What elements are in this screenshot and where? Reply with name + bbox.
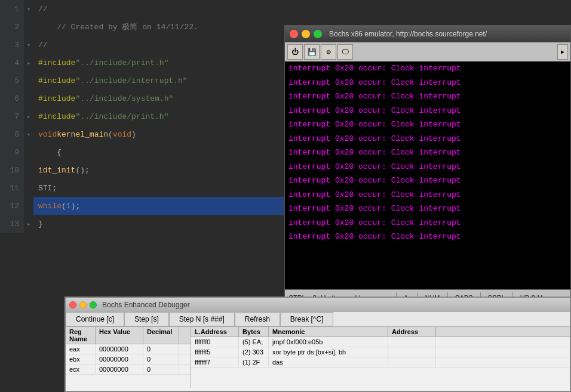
toolbar-config-button[interactable]: ⚙ [321, 44, 336, 60]
disasm-mnemonic: jmpf 0xf000:e05b [269, 337, 388, 347]
line-number: 5 [0, 72, 24, 89]
registers-panel: Reg Name Hex Value Decimal eax 00000000 … [66, 327, 191, 388]
break-button[interactable]: Break [^C] [280, 312, 334, 326]
stepn-button[interactable]: Step N [s ###] [169, 312, 235, 326]
line-fold [24, 179, 33, 197]
line-fold [24, 89, 33, 107]
line-fold [24, 143, 33, 161]
line-number: 12 [0, 197, 24, 215]
line-fold[interactable]: ▸ [24, 215, 33, 233]
line-number: 13 [0, 215, 24, 233]
bochs-output-line: interrupt 0x20 occur: Clock interrupt [285, 230, 570, 244]
line-fold [24, 197, 33, 215]
line-number: 11 [0, 179, 24, 197]
line-code: } [33, 215, 284, 233]
code-editor: 1 ▾ // 2 // Created by 极简 on 14/11/22. 3… [0, 0, 284, 292]
line-code: #include "../include/print.h" [33, 107, 284, 125]
code-line: 10 idt_init(); [0, 161, 284, 179]
line-number: 10 [0, 161, 24, 179]
code-line: 1 ▾ // [0, 0, 284, 18]
line-code: // [33, 36, 284, 54]
line-code: #include "../include/system.h" [33, 89, 284, 107]
debugger-titlebar: Bochs Enhanced Debugger [66, 298, 570, 312]
bochs-output-line: interrupt 0x20 occur: Clock interrupt [285, 132, 570, 146]
debugger-minimize-button[interactable] [79, 301, 87, 308]
register-row: ecx 00000000 0 [66, 365, 191, 375]
reg-hex-header: Hex Value [96, 327, 143, 344]
line-number: 8 [0, 125, 24, 143]
reg-name: eax [66, 344, 96, 354]
toolbar-power-button[interactable]: ⏻ [287, 44, 303, 60]
disasm-mnemonic: xor byte ptr ds:[bx+si], bh [269, 347, 388, 357]
disasm-row: fffffff5 (2) 303 xor byte ptr ds:[bx+si]… [191, 347, 570, 357]
bochs-toolbar: ⏻ 💾 ⚙ 🖵 ▶ [285, 42, 570, 61]
bochs-output-line: interrupt 0x20 occur: Clock interrupt [285, 61, 570, 76]
debugger-title: Bochs Enhanced Debugger [102, 301, 190, 309]
bochs-output-line: interrupt 0x20 occur: Clock interrupt [285, 146, 570, 160]
register-row: eax 00000000 0 [66, 344, 191, 354]
code-line: 13 ▸ } [0, 215, 284, 233]
bochs-output-line: interrupt 0x20 occur: Clock interrupt [285, 89, 570, 104]
disasm-bytes: (1) 2F [239, 357, 269, 367]
code-line: 4 ▸ #include "../include/print.h" [0, 54, 284, 72]
line-fold[interactable]: ▾ [24, 0, 33, 18]
bochs-output-line: interrupt 0x20 occur: Clock interrupt [285, 160, 570, 174]
code-line: 5 #include "../include/interrupt.h" [0, 72, 284, 89]
reg-hex: 00000000 [96, 365, 143, 374]
debugger-close-button[interactable] [69, 301, 76, 308]
line-number: 7 [0, 107, 24, 125]
code-line: 9 { [0, 143, 284, 161]
address-header: Address [388, 327, 436, 337]
bochs-emulator-window: Bochs x86 emulator, http://bochs.sourcef… [284, 25, 571, 305]
toolbar-save-button[interactable]: 💾 [304, 44, 320, 60]
bytes-header: Bytes [239, 327, 269, 337]
bochs-output-line: interrupt 0x20 occur: Clock interrupt [285, 188, 570, 202]
line-number: 6 [0, 89, 24, 107]
bochs-output-line: interrupt 0x20 occur: Clock interrupt [285, 118, 570, 132]
toolbar-extra-button[interactable]: ▶ [557, 44, 568, 60]
debugger-maximize-button[interactable] [90, 301, 97, 308]
bochs-output-line: interrupt 0x20 occur: Clock interrupt [285, 216, 570, 230]
line-number: 2 [0, 18, 24, 36]
window-close-button[interactable] [290, 30, 298, 38]
line-fold[interactable]: ▸ [24, 54, 33, 72]
line-fold[interactable]: ▸ [24, 107, 33, 125]
reg-dec: 0 [143, 354, 179, 364]
code-line: 11 STI; [0, 179, 284, 197]
window-maximize-button[interactable] [314, 30, 322, 38]
reg-hex: 00000000 [96, 354, 143, 364]
line-fold [24, 18, 33, 36]
window-minimize-button[interactable] [302, 30, 310, 38]
line-fold[interactable]: ▾ [24, 125, 33, 143]
line-code: #include "../include/print.h" [33, 54, 284, 72]
code-line: 3 ▾ // [0, 36, 284, 54]
line-number: 1 [0, 0, 24, 18]
bochs-output-line: interrupt 0x20 occur: Clock interrupt [285, 202, 570, 216]
disasm-bytes: (5) EA; [239, 337, 269, 347]
line-number: 9 [0, 143, 24, 161]
disasm-address [388, 337, 436, 347]
line-code: #include "../include/interrupt.h" [33, 72, 284, 89]
debugger-content: Reg Name Hex Value Decimal eax 00000000 … [66, 327, 570, 388]
register-row: ebx 00000000 0 [66, 354, 191, 365]
toolbar-screen-button[interactable]: 🖵 [337, 44, 353, 60]
disasm-laddr: fffffff0 [191, 337, 239, 347]
disassembly-panel: L.Address Bytes Mnemonic Address fffffff… [191, 327, 570, 388]
disasm-bytes: (2) 303 [239, 347, 269, 357]
refresh-button[interactable]: Refresh [235, 312, 280, 326]
reg-name: ebx [66, 354, 96, 364]
reg-dec: 0 [143, 344, 179, 354]
disasm-mnemonic: das [269, 357, 388, 367]
line-code: void kernel_main(void) [33, 125, 284, 143]
mnemonic-header: Mnemonic [269, 327, 388, 337]
reg-dec: 0 [143, 365, 179, 374]
line-fold [24, 161, 33, 179]
reg-name: ecx [66, 365, 96, 374]
step-button[interactable]: Step [s] [124, 312, 169, 326]
bochs-titlebar: Bochs x86 emulator, http://bochs.sourcef… [285, 26, 570, 42]
line-code: { [33, 143, 284, 161]
bochs-output-line: interrupt 0x20 occur: Clock interrupt [285, 76, 570, 90]
laddr-header: L.Address [191, 327, 239, 337]
continue-button[interactable]: Continue [c] [66, 312, 124, 326]
line-fold[interactable]: ▾ [24, 36, 33, 54]
